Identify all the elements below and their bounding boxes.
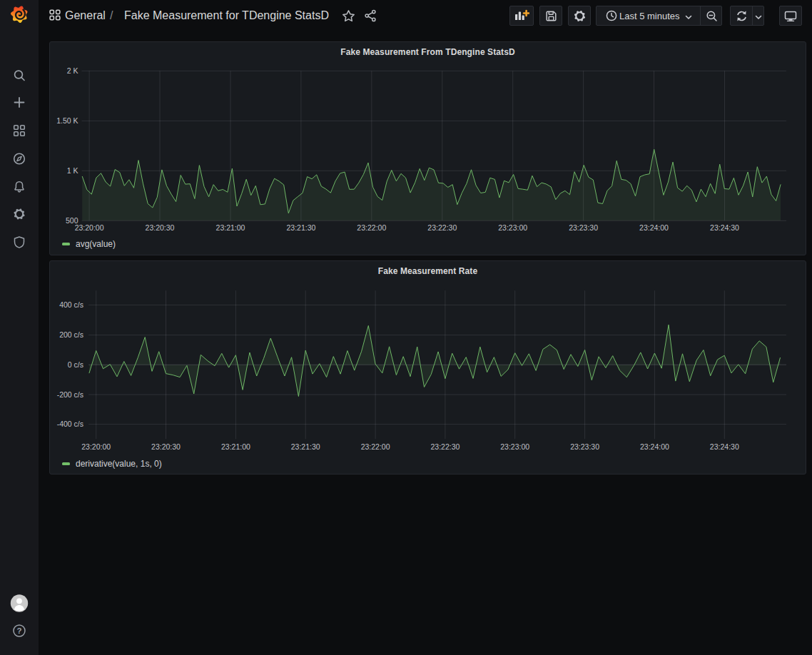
svg-text:23:22:00: 23:22:00 [361,442,390,451]
svg-text:23:20:00: 23:20:00 [81,442,111,451]
svg-text:1 K: 1 K [67,166,78,175]
svg-text:2 K: 2 K [67,66,78,75]
svg-text:23:23:00: 23:23:00 [500,442,529,451]
svg-text:?: ? [16,626,21,635]
svg-text:23:21:00: 23:21:00 [216,223,245,232]
svg-text:23:20:30: 23:20:30 [151,442,181,451]
svg-text:200 c/s: 200 c/s [59,330,83,339]
svg-text:23:20:00: 23:20:00 [75,223,104,232]
svg-text:23:21:00: 23:21:00 [221,442,250,451]
svg-text:23:22:30: 23:22:30 [427,223,457,232]
svg-text:23:23:00: 23:23:00 [498,223,527,232]
svg-text:23:22:00: 23:22:00 [357,223,386,232]
svg-text:-200 c/s: -200 c/s [57,390,83,399]
svg-text:23:22:30: 23:22:30 [430,442,460,451]
svg-text:23:24:00: 23:24:00 [640,442,669,451]
svg-text:23:23:30: 23:23:30 [570,442,599,451]
svg-text:23:24:30: 23:24:30 [710,223,739,232]
svg-text:23:24:00: 23:24:00 [639,223,669,232]
svg-text:23:21:30: 23:21:30 [286,223,315,232]
svg-text:0 c/s: 0 c/s [68,360,83,369]
svg-text:23:24:30: 23:24:30 [710,442,739,451]
svg-text:23:21:30: 23:21:30 [291,442,320,451]
svg-text:-400 c/s: -400 c/s [57,420,83,428]
svg-text:23:20:30: 23:20:30 [146,223,175,232]
svg-text:1.50 K: 1.50 K [56,116,78,125]
svg-text:23:23:30: 23:23:30 [569,223,598,232]
svg-text:400 c/s: 400 c/s [59,300,83,309]
